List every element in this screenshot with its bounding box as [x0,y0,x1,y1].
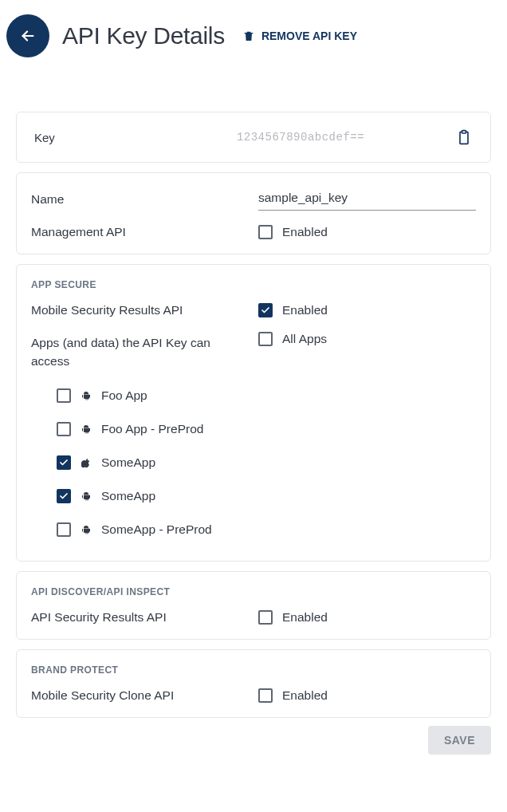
svg-rect-1 [462,131,466,133]
mobile-security-clone-checkbox-label: Enabled [282,688,328,703]
app-name-label: Foo App - PreProd [101,422,203,436]
android-icon [81,424,92,435]
app-list: Foo AppFoo App - PreProdSomeAppSomeAppSo… [31,388,476,546]
mobile-security-clone-checkbox[interactable] [258,688,273,703]
app-checkbox[interactable] [57,489,71,503]
api-security-results-label: API Security Results API [31,610,258,625]
management-api-checkbox-label: Enabled [282,225,328,239]
app-secure-heading: APP SECURE [31,279,476,290]
back-button[interactable] [6,14,49,57]
key-card: Key 1234567890abcdef== [16,112,491,163]
management-api-checkbox[interactable] [258,225,273,239]
all-apps-checkbox-label: All Apps [282,332,327,346]
mobile-security-results-checkbox-label: Enabled [282,303,328,317]
apps-access-label: Apps (and data) the API Key can access [31,332,258,371]
name-management-card: Name Management API Enabled [16,172,491,254]
brand-protect-card: BRAND PROTECT Mobile Security Clone API … [16,649,491,718]
android-icon [81,390,92,401]
save-button[interactable]: SAVE [428,726,491,755]
clipboard-icon [456,129,472,145]
management-api-label: Management API [31,225,258,239]
all-apps-checkbox[interactable] [258,332,273,346]
app-item: Foo App [57,388,476,403]
copy-key-button[interactable] [455,128,473,146]
android-icon [81,491,92,502]
key-label: Key [34,131,146,144]
app-checkbox[interactable] [57,455,71,470]
mobile-security-clone-label: Mobile Security Clone API [31,688,258,703]
app-name-label: SomeApp [101,455,155,470]
app-secure-card: APP SECURE Mobile Security Results API E… [16,264,491,562]
remove-api-key-button[interactable]: REMOVE API KEY [242,30,357,42]
app-name-label: Foo App [101,388,147,403]
mobile-security-results-label: Mobile Security Results API [31,303,258,317]
api-discover-heading: API DISCOVER/API INSPECT [31,586,476,597]
app-name-label: SomeApp - PreProd [101,522,212,537]
brand-protect-heading: BRAND PROTECT [31,664,476,676]
arrow-left-icon [19,27,37,45]
app-item: SomeApp - PreProd [57,522,476,537]
name-input[interactable] [258,187,476,211]
remove-api-key-label: REMOVE API KEY [261,30,357,42]
app-checkbox[interactable] [57,422,71,436]
app-item: SomeApp [57,455,476,470]
page-header: API Key Details REMOVE API KEY [0,0,507,72]
app-checkbox[interactable] [57,522,71,537]
page-title: API Key Details [62,22,225,49]
trash-icon [242,30,255,42]
android-icon [81,524,92,535]
api-security-results-checkbox[interactable] [258,610,273,625]
app-item: Foo App - PreProd [57,422,476,436]
mobile-security-results-checkbox[interactable] [258,303,273,317]
name-label: Name [31,192,258,207]
apple-icon [81,457,92,468]
api-security-results-checkbox-label: Enabled [282,610,328,625]
key-value: 1234567890abcdef== [146,131,455,144]
api-discover-card: API DISCOVER/API INSPECT API Security Re… [16,571,491,640]
app-name-label: SomeApp [101,489,155,503]
app-item: SomeApp [57,489,476,503]
app-checkbox[interactable] [57,388,71,403]
